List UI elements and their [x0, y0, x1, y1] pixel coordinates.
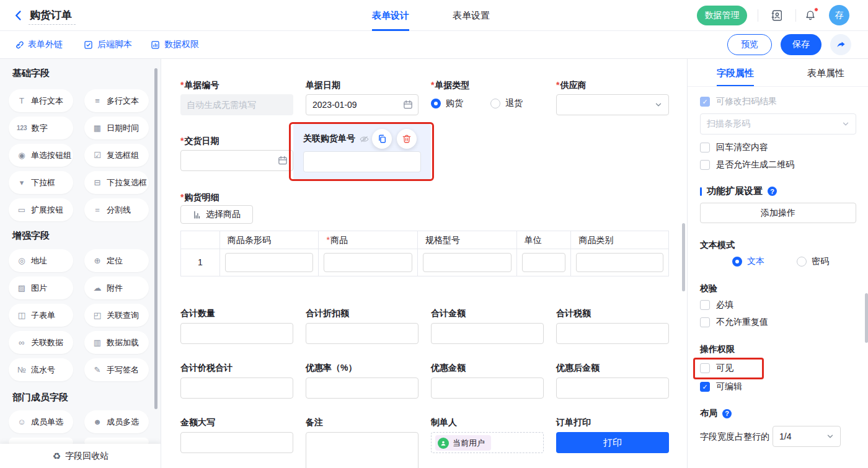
sum-discount-input[interactable] [306, 323, 418, 344]
preview-button[interactable]: 预览 [727, 34, 772, 55]
tab-form-properties[interactable]: 表单属性 [807, 59, 844, 87]
backend-script-link[interactable]: 后端脚本 [83, 31, 132, 58]
editable-checkbox[interactable]: 可编辑 [700, 381, 742, 392]
sidebar-item-member-single[interactable]: ☺成员单选 [9, 410, 73, 433]
sidebar-item-data-load[interactable]: ▥数据加载 [84, 331, 149, 354]
category-cell-input[interactable] [576, 253, 663, 272]
delete-field-button[interactable] [397, 129, 417, 149]
sum-amount-input[interactable] [431, 323, 544, 344]
supplier-select[interactable] [556, 94, 669, 115]
contact-book-icon[interactable] [770, 9, 784, 22]
related-no-input[interactable] [303, 151, 421, 172]
data-manage-button[interactable]: 数据管理 [697, 6, 747, 25]
sidebar-item-number[interactable]: 123数字 [9, 117, 73, 139]
sidebar-item-radio-group[interactable]: ◉单选按钮组 [9, 144, 73, 167]
sum-total-input[interactable] [180, 377, 293, 399]
no-duplicate-checkbox[interactable]: 不允许重复值 [700, 317, 768, 328]
field-width-label: 字段宽度占整行的 [700, 431, 769, 443]
sum-qty-input[interactable] [180, 323, 293, 344]
canvas-scrollbar[interactable] [682, 223, 685, 291]
panel-scrollbar[interactable] [865, 293, 868, 343]
sidebar-item-signature[interactable]: ✎手写签名 [84, 358, 149, 381]
multi-line-text-icon: ≡ [92, 96, 102, 105]
location-pin-icon: ◎ [17, 256, 27, 265]
recycle-bin-label: 字段回收站 [65, 451, 108, 462]
help-icon[interactable] [722, 409, 732, 418]
barcode-cell-input[interactable] [225, 253, 314, 272]
discount-rate-input[interactable] [306, 377, 418, 399]
select-product-button[interactable]: 选择商品 [180, 205, 253, 224]
permission-label: 操作权限 [700, 344, 735, 355]
sidebar-item-address[interactable]: ◎地址 [9, 249, 73, 272]
sidebar-scrollbar[interactable] [154, 68, 157, 409]
product-cell-input[interactable] [324, 253, 412, 272]
field-width-select[interactable]: 1/4 [773, 426, 841, 447]
order-no-input[interactable] [180, 94, 293, 115]
sidebar-item-subform[interactable]: ◫子表单 [9, 304, 73, 327]
amount-words-input[interactable] [180, 432, 293, 453]
sidebar-item-multi-dropdown[interactable]: ⊟下拉复选框 [84, 171, 149, 194]
spec-cell-input[interactable] [423, 253, 512, 272]
checkbox-unchecked-icon [700, 317, 710, 327]
field-recycle-bin[interactable]: ♻ 字段回收站 [0, 444, 161, 468]
discount-amount-input[interactable] [431, 377, 544, 399]
allow-qrcode-checkbox[interactable]: 是否允许生成二维码 [700, 159, 794, 170]
tab-field-properties[interactable]: 字段属性 [717, 59, 754, 87]
sidebar-item-linked-query[interactable]: ◰关联查询 [84, 304, 149, 327]
sidebar-item-image[interactable]: ▨图片 [9, 276, 73, 299]
share-button[interactable] [830, 34, 851, 55]
text-mode-radio-text[interactable]: 文本 [732, 256, 764, 267]
scan-mode-select[interactable]: 扫描条形码 [700, 113, 856, 135]
add-action-button[interactable]: 添加操作 [700, 203, 856, 223]
number-icon: 123 [17, 125, 27, 131]
sidebar-item-linked-data[interactable]: ∞关联数据 [9, 331, 73, 354]
col-header-spec: 规格型号 [417, 231, 516, 249]
field-label-creator: 制单人 [431, 417, 457, 428]
visible-checkbox[interactable]: 可见 [700, 363, 733, 374]
sidebar-item-divider[interactable]: =分割线 [84, 198, 149, 221]
sidebar-item-multi-line-text[interactable]: ≡多行文本 [84, 89, 149, 112]
radio-selected-icon [732, 257, 742, 267]
unit-cell-input[interactable] [522, 253, 566, 272]
text-mode-radio-password[interactable]: 密码 [797, 256, 829, 267]
section-title-basic-fields: 基础字段 [12, 68, 50, 79]
clear-on-enter-checkbox[interactable]: 回车清空内容 [700, 142, 768, 153]
order-date-input[interactable] [306, 94, 418, 115]
back-button[interactable] [12, 9, 25, 22]
sidebar-item-attachment[interactable]: ☁附件 [84, 276, 149, 299]
sum-tax-input[interactable] [556, 323, 669, 344]
order-type-radio-return[interactable]: 退货 [490, 98, 523, 109]
tab-form-design[interactable]: 表单设计 [372, 0, 409, 31]
remark-textarea[interactable] [306, 432, 418, 468]
save-button[interactable]: 保存 [781, 34, 822, 55]
user-avatar[interactable]: 存 [829, 5, 849, 25]
sidebar-item-extend-button[interactable]: ▭扩展按钮 [9, 198, 73, 221]
field-library-sidebar: 基础字段 T单行文本 ≡多行文本 123数字 ▦日期时间 ◉单选按钮组 ☑复选框… [0, 59, 161, 468]
notification-bell-icon[interactable] [804, 9, 817, 22]
scan-result-checkbox[interactable]: 可修改扫码结果 [700, 96, 777, 107]
sidebar-item-datetime[interactable]: ▦日期时间 [84, 117, 149, 139]
radio-unselected-icon [797, 257, 807, 267]
order-type-radio-purchase[interactable]: 购货 [431, 98, 463, 109]
tab-form-settings[interactable]: 表单设置 [453, 0, 490, 31]
help-icon[interactable] [768, 187, 777, 196]
creator-field[interactable]: 当前用户 [431, 432, 544, 453]
sidebar-item-dropdown[interactable]: ▾下拉框 [9, 171, 73, 194]
print-button[interactable]: 打印 [556, 432, 669, 453]
linked-data-icon: ∞ [17, 338, 27, 347]
sidebar-item-checkbox-group[interactable]: ☑复选框组 [84, 144, 149, 167]
sidebar-item-member-multi[interactable]: ☻成员多选 [84, 410, 149, 433]
related-order-field-block[interactable]: 关联购货单号 [293, 124, 431, 180]
sidebar-item-geolocation[interactable]: ⊕定位 [84, 249, 149, 272]
required-checkbox[interactable]: 必填 [700, 299, 733, 311]
checkbox-checked-icon [700, 382, 710, 392]
delivery-date-input[interactable] [180, 150, 293, 171]
property-panel: 字段属性 表单属性 可修改扫码结果 扫描条形码 回车清空内容 是否允许生成二维码… [687, 59, 868, 468]
after-discount-input[interactable] [556, 377, 669, 399]
field-label-print: 订单打印 [556, 417, 591, 428]
copy-field-button[interactable] [372, 129, 392, 149]
data-permission-link[interactable]: 数据权限 [150, 31, 199, 58]
sidebar-item-single-line-text[interactable]: T单行文本 [9, 89, 73, 112]
form-external-link[interactable]: 表单外链 [14, 31, 63, 58]
sidebar-item-serial-number[interactable]: №流水号 [9, 358, 73, 381]
